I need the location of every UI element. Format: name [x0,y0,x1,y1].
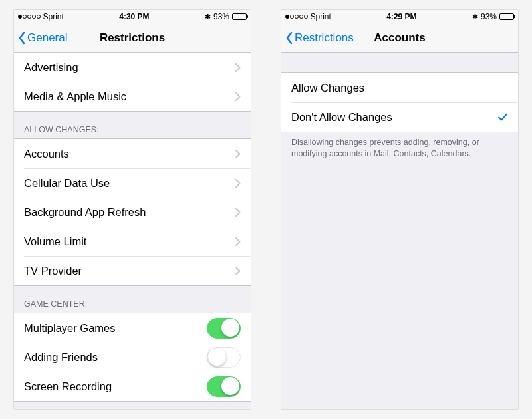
row-cellular-data-use[interactable]: Cellular Data Use [14,168,251,198]
section-footer: Disallowing changes prevents adding, rem… [281,132,518,165]
row-label: Advertising [24,61,235,74]
toggle-multiplayer-games[interactable] [207,318,241,339]
chevron-right-icon [235,150,241,158]
signal-icon [18,15,41,19]
back-label: General [27,31,67,45]
chevron-right-icon [235,208,241,217]
row-accounts[interactable]: Accounts [14,139,251,168]
settings-list[interactable]: Advertising Media & Apple Music Allow Ch… [14,53,251,409]
clock: 4:30 PM [119,12,149,21]
row-label: Background App Refresh [24,206,235,219]
option-label: Allow Changes [291,82,508,94]
row-multiplayer-games: Multiplayer Games [14,313,251,343]
option-allow-changes[interactable]: Allow Changes [281,73,518,102]
section-header-allow-changes: Allow Changes: [14,112,251,138]
battery-pct: 93% [481,12,497,21]
status-bar: Sprint 4:29 PM ✱ 93% [281,10,518,23]
status-bar: Sprint 4:30 PM ✱ 93% [14,10,251,23]
carrier-label: Sprint [43,12,64,21]
chevron-right-icon [235,267,241,275]
battery-icon [499,13,514,20]
back-button[interactable]: General [14,31,67,45]
phone-accounts: Sprint 4:29 PM ✱ 93% Restrictions Accoun… [281,9,519,410]
row-volume-limit[interactable]: Volume Limit [14,227,251,256]
back-label: Restrictions [295,31,354,45]
row-screen-recording: Screen Recording [14,372,251,401]
row-adding-friends: Adding Friends [14,343,251,372]
row-label: Adding Friends [24,351,207,364]
chevron-right-icon [235,179,241,188]
battery-pct: 93% [213,12,229,21]
chevron-left-icon [285,31,293,45]
nav-bar: Restrictions Accounts [281,23,518,53]
chevron-right-icon [235,92,241,101]
phone-restrictions: Sprint 4:30 PM ✱ 93% General Restriction… [13,9,251,410]
nav-bar: General Restrictions [14,23,251,53]
row-advertising[interactable]: Advertising [14,53,251,82]
row-label: Media & Apple Music [24,90,235,103]
row-label: Cellular Data Use [24,177,235,190]
row-label: Screen Recording [24,380,207,393]
row-tv-provider[interactable]: TV Provider [14,256,251,285]
row-background-app-refresh[interactable]: Background App Refresh [14,198,251,227]
row-label: Accounts [24,148,235,160]
toggle-screen-recording[interactable] [207,376,241,397]
settings-list[interactable]: Allow Changes Don't Allow Changes Disall… [281,53,518,409]
row-media-apple-music[interactable]: Media & Apple Music [14,82,251,111]
row-label: Volume Limit [24,235,235,248]
toggle-adding-friends[interactable] [207,347,241,368]
option-label: Don't Allow Changes [291,111,497,124]
back-button[interactable]: Restrictions [281,31,354,45]
row-label: TV Provider [24,265,235,277]
option-dont-allow-changes[interactable]: Don't Allow Changes [281,102,518,132]
checkmark-icon [497,112,508,122]
bluetooth-icon: ✱ [205,13,211,21]
signal-icon [285,15,308,19]
row-label: Multiplayer Games [24,322,207,335]
chevron-left-icon [18,31,26,45]
section-header-game-center: Game Center: [14,286,251,313]
chevron-right-icon [235,237,241,246]
clock: 4:29 PM [386,12,416,21]
battery-icon [232,13,247,20]
carrier-label: Sprint [311,12,331,21]
bluetooth-icon: ✱ [472,13,478,21]
chevron-right-icon [235,63,241,72]
